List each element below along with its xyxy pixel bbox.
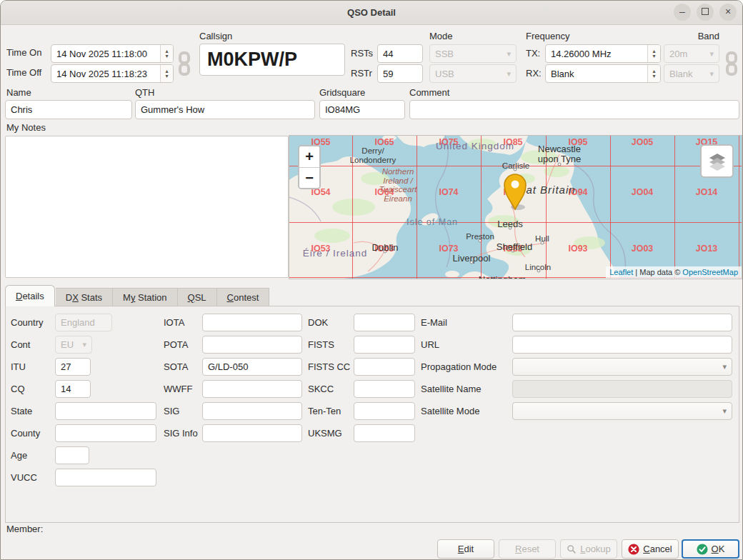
tab-details[interactable]: Details xyxy=(5,285,55,306)
band-tx-select: 20m ▾ xyxy=(664,44,719,63)
mode-rx-value: USB xyxy=(435,69,507,79)
place-label: Isle of Man xyxy=(407,218,458,228)
cancel-button[interactable]: Cancel xyxy=(622,539,679,559)
place-label: Éire / Ireland xyxy=(303,249,368,259)
band-label: Band xyxy=(664,31,719,41)
time-link-icon xyxy=(176,51,192,76)
band-tx-value: 20m xyxy=(669,49,709,59)
place-label: Nottingham xyxy=(479,275,526,279)
tab-bar: DetailsDX StatsMy StationQSLContest xyxy=(5,285,269,306)
edit-button[interactable]: Edit xyxy=(437,539,494,559)
callsign-input[interactable] xyxy=(199,44,345,76)
openstreetmap-link[interactable]: OpenStreetMap xyxy=(682,268,738,276)
leaflet-link[interactable]: Leaflet xyxy=(609,268,633,276)
frequency-label: Frequency xyxy=(526,31,569,41)
gridsquare-input[interactable] xyxy=(319,100,405,119)
mode-tx-select: SSB ▾ xyxy=(429,44,517,63)
close-button[interactable]: × xyxy=(719,4,737,21)
cancel-icon xyxy=(628,544,639,555)
spinner-down-icon: ▾ xyxy=(652,54,655,59)
maximize-button[interactable] xyxy=(697,4,714,21)
grid-label: JO14 xyxy=(696,187,718,197)
tab-qsl[interactable]: QSL xyxy=(178,288,217,306)
rx-frequency-spinner[interactable]: ▴▾ xyxy=(647,65,660,82)
tx-label: TX: xyxy=(526,48,540,59)
place-label: Newcastle upon Tyne xyxy=(538,144,581,165)
place-label: Northern Ireland / Tuaisceart Éireann xyxy=(379,167,417,204)
layers-icon xyxy=(707,151,728,172)
tx-frequency-spinner[interactable]: ▴▾ xyxy=(647,45,660,62)
rsts-input[interactable] xyxy=(377,44,423,63)
time-on-spinner[interactable]: ▴▾ xyxy=(160,45,173,62)
map-zoom-control: + − xyxy=(298,145,321,189)
mode-tx-value: SSB xyxy=(435,49,507,59)
name-input[interactable] xyxy=(5,100,132,119)
spinner-down-icon: ▾ xyxy=(165,54,168,59)
time-on-value: 14 Nov 2025 11:18:00 xyxy=(51,45,160,62)
zoom-in-button[interactable]: + xyxy=(299,146,319,167)
grid-label: IO74 xyxy=(439,187,458,197)
maximize-icon xyxy=(702,8,709,15)
place-label: Lincoln xyxy=(525,263,551,272)
qso-detail-window: QSO Detail – × Time On 14 Nov 2025 11:18… xyxy=(0,0,743,560)
gridsquare-label: Gridsquare xyxy=(319,87,365,98)
rx-frequency-field[interactable]: Blank ▴▾ xyxy=(545,64,661,83)
band-rx-value: Blank xyxy=(669,69,709,79)
member-label: Member: xyxy=(6,524,43,534)
map[interactable]: IO55IO65IO75IO85IO95JO05JO15IO54IO64IO74… xyxy=(289,135,742,279)
place-label: Leeds xyxy=(497,219,522,229)
my-notes-textarea[interactable] xyxy=(5,136,289,278)
time-off-spinner[interactable]: ▴▾ xyxy=(160,65,173,82)
band-link-icon xyxy=(724,51,739,76)
rx-frequency-value: Blank xyxy=(546,65,647,82)
ok-icon xyxy=(697,544,708,555)
mode-label: Mode xyxy=(429,31,453,41)
grid-label: JO03 xyxy=(632,244,654,254)
place-label: Hull xyxy=(535,234,549,244)
place-label: Sheffield xyxy=(497,242,532,252)
dropdown-arrow-icon: ▾ xyxy=(507,49,511,59)
time-off-value: 14 Nov 2025 11:18:23 xyxy=(51,65,160,82)
map-layers-button[interactable] xyxy=(700,144,734,178)
time-on-label: Time On xyxy=(6,47,41,58)
search-icon xyxy=(567,544,577,554)
place-label: Preston xyxy=(466,232,494,241)
ok-button[interactable]: OK xyxy=(682,539,739,559)
tx-frequency-field[interactable]: 14.26000 MHz ▴▾ xyxy=(545,44,661,63)
time-off-field[interactable]: 14 Nov 2025 11:18:23 ▴▾ xyxy=(51,64,174,83)
attribution-text: | Map data © xyxy=(633,268,682,276)
rstr-input[interactable] xyxy=(377,64,423,83)
close-icon: × xyxy=(725,6,731,17)
minimize-button[interactable]: – xyxy=(674,4,691,21)
zoom-out-button[interactable]: − xyxy=(299,168,319,189)
name-label: Name xyxy=(6,87,31,98)
map-attribution: Leaflet | Map data © OpenStreetMap xyxy=(606,266,742,279)
window-title: QSO Detail xyxy=(1,1,742,24)
callsign-label: Callsign xyxy=(199,31,232,41)
mode-rx-select: USB ▾ xyxy=(429,64,517,83)
grid-label: JO05 xyxy=(632,137,654,147)
place-label: Liverpool xyxy=(453,254,491,264)
grid-label: IO93 xyxy=(568,244,587,254)
dropdown-arrow-icon: ▾ xyxy=(507,69,511,79)
map-marker-icon[interactable] xyxy=(502,171,531,213)
comment-input[interactable] xyxy=(409,100,739,119)
time-off-label: Time Off xyxy=(6,67,41,78)
place-label: Derry/ Londonderry xyxy=(350,146,397,164)
qth-input[interactable] xyxy=(135,100,315,119)
tab-dx-stats[interactable]: DX Stats xyxy=(56,288,113,306)
tab-contest[interactable]: Contest xyxy=(217,288,270,306)
dropdown-arrow-icon: ▾ xyxy=(709,49,714,59)
place-label: Carlisle xyxy=(502,161,529,171)
place-label: United Kingdom xyxy=(436,141,514,152)
rx-label: RX: xyxy=(526,68,542,79)
my-notes-label: My Notes xyxy=(6,122,46,133)
grid-label: IO65 xyxy=(374,137,394,147)
grid-label: JO13 xyxy=(696,244,718,254)
spinner-down-icon: ▾ xyxy=(652,74,655,79)
lookup-button: Lookup xyxy=(560,539,617,559)
spinner-down-icon: ▾ xyxy=(165,74,168,79)
tab-my-station[interactable]: My Station xyxy=(113,288,177,306)
comment-label: Comment xyxy=(409,87,449,98)
time-on-field[interactable]: 14 Nov 2025 11:18:00 ▴▾ xyxy=(51,44,174,63)
